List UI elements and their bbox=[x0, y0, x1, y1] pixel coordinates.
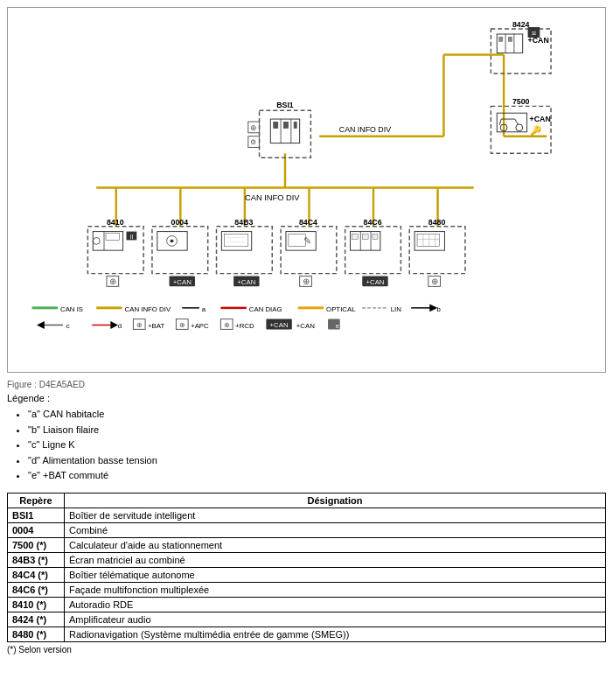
cell-ref: 84C6 (*) bbox=[8, 582, 65, 597]
svg-rect-63 bbox=[221, 232, 251, 251]
svg-text:+BAT: +BAT bbox=[148, 322, 164, 330]
svg-rect-89 bbox=[414, 232, 444, 251]
legende-item-d: "d" Alimentation basse tension bbox=[28, 453, 606, 469]
svg-rect-90 bbox=[417, 234, 440, 247]
cell-ref: BSI1 bbox=[8, 508, 65, 522]
table-row: 7500 (*)Calculateur d'aide au stationnem… bbox=[8, 537, 606, 552]
cell-desc: Radionavigation (Système multimédia entr… bbox=[65, 626, 606, 641]
svg-text:CAN DIAG: CAN DIAG bbox=[249, 305, 282, 313]
svg-text:⊕: ⊕ bbox=[431, 276, 438, 286]
svg-text:⊕: ⊕ bbox=[136, 321, 143, 329]
svg-rect-19 bbox=[294, 122, 297, 129]
svg-text:7500: 7500 bbox=[512, 97, 530, 106]
svg-rect-87 bbox=[409, 227, 465, 274]
svg-text:🔑: 🔑 bbox=[530, 125, 542, 136]
cell-desc: Combiné bbox=[65, 522, 606, 537]
cell-desc: Calculateur d'aide au stationnement bbox=[65, 537, 606, 552]
svg-rect-64 bbox=[224, 234, 247, 247]
diagram-area: BSI1 ⊕ ⚙ CAN INFO DIV 8424 +CAN ≡ 750 bbox=[15, 15, 598, 365]
repere-table: Repère Désignation BSI1Boîtier de servit… bbox=[7, 493, 606, 642]
svg-rect-70 bbox=[281, 227, 337, 274]
svg-text:84B3: 84B3 bbox=[234, 218, 253, 227]
cell-desc: Façade multifonction multiplexée bbox=[65, 582, 606, 597]
cell-desc: Boîtier de servitude intelligent bbox=[65, 508, 606, 522]
cell-desc: Amplificateur audio bbox=[65, 612, 606, 626]
svg-point-49 bbox=[93, 237, 100, 244]
svg-text:LIN: LIN bbox=[391, 305, 402, 313]
svg-text:BSI1: BSI1 bbox=[276, 101, 294, 109]
svg-text:e: e bbox=[336, 322, 339, 330]
svg-rect-61 bbox=[217, 227, 273, 274]
svg-point-40 bbox=[516, 124, 523, 131]
table-row: 84B3 (*)Écran matriciel au combiné bbox=[8, 552, 606, 567]
svg-rect-48 bbox=[106, 234, 120, 241]
svg-rect-72 bbox=[286, 232, 316, 251]
svg-text:+CAN: +CAN bbox=[270, 321, 289, 329]
cell-desc: Autoradio RDE bbox=[65, 597, 606, 612]
svg-text:+CAN: +CAN bbox=[173, 278, 192, 286]
table-row: 0004Combiné bbox=[8, 522, 606, 537]
cell-ref: 8480 (*) bbox=[8, 626, 65, 641]
legende-list: "a" CAN habitacle "b" Liaison filaire "c… bbox=[7, 407, 606, 484]
legende-title: Légende : bbox=[7, 393, 606, 403]
svg-rect-84 bbox=[373, 234, 378, 240]
svg-rect-32 bbox=[508, 37, 512, 42]
svg-text:CAN IS: CAN IS bbox=[60, 305, 83, 313]
table-body: BSI1Boîtier de servitude intelligent0004… bbox=[8, 508, 606, 641]
svg-text:⚙: ⚙ bbox=[250, 139, 256, 147]
svg-text:0004: 0004 bbox=[171, 218, 189, 227]
cell-desc: Écran matriciel au combiné bbox=[65, 552, 606, 567]
svg-text:a: a bbox=[202, 305, 206, 313]
cell-ref: 7500 (*) bbox=[8, 537, 65, 552]
legende-item-b: "b" Liaison filaire bbox=[28, 423, 606, 438]
diagram-container: BSI1 ⊕ ⚙ CAN INFO DIV 8424 +CAN ≡ 750 bbox=[7, 7, 606, 373]
svg-text:II: II bbox=[129, 234, 133, 240]
svg-text:⊕: ⊕ bbox=[250, 123, 257, 132]
legende-item-e: "e" +BAT commuté bbox=[28, 468, 606, 484]
svg-text:+CAN: +CAN bbox=[237, 278, 255, 286]
svg-rect-82 bbox=[352, 234, 358, 240]
svg-text:d: d bbox=[118, 322, 122, 330]
table-row: 8424 (*)Amplificateur audio bbox=[8, 612, 606, 626]
svg-rect-13 bbox=[260, 110, 311, 158]
svg-text:8480: 8480 bbox=[428, 218, 446, 227]
svg-rect-17 bbox=[273, 122, 278, 129]
table-footnote: (*) Selon version bbox=[7, 645, 606, 654]
svg-rect-31 bbox=[498, 37, 503, 42]
legende-item-c: "c" Ligne K bbox=[28, 438, 606, 453]
legende-item-a: "a" CAN habitacle bbox=[28, 407, 606, 423]
svg-rect-46 bbox=[93, 232, 122, 251]
table-row: 84C4 (*)Boîtier télématique autonome bbox=[8, 567, 606, 582]
table-row: 84C6 (*)Façade multifonction multiplexée bbox=[8, 582, 606, 597]
svg-rect-54 bbox=[152, 227, 208, 274]
cell-ref: 84B3 (*) bbox=[8, 552, 65, 567]
svg-text:CAN INFO DIV: CAN INFO DIV bbox=[245, 193, 300, 202]
cell-desc: Boîtier télématique autonome bbox=[65, 567, 606, 582]
svg-text:OPTICAL: OPTICAL bbox=[326, 305, 356, 313]
svg-text:⊕: ⊕ bbox=[303, 276, 310, 286]
svg-rect-77 bbox=[345, 227, 401, 274]
diagram-svg: BSI1 ⊕ ⚙ CAN INFO DIV 8424 +CAN ≡ 750 bbox=[15, 15, 598, 365]
svg-text:b: b bbox=[437, 305, 442, 313]
cell-ref: 8410 (*) bbox=[8, 597, 65, 612]
svg-text:8410: 8410 bbox=[107, 218, 124, 227]
svg-point-58 bbox=[171, 239, 174, 242]
cell-ref: 0004 bbox=[8, 522, 65, 537]
svg-rect-18 bbox=[283, 122, 289, 129]
svg-text:8424: 8424 bbox=[512, 20, 530, 29]
svg-text:+CAN: +CAN bbox=[530, 115, 551, 123]
table-row: 8410 (*)Autoradio RDE bbox=[8, 597, 606, 612]
svg-text:≡: ≡ bbox=[532, 29, 536, 38]
svg-text:CAN INFO DIV: CAN INFO DIV bbox=[339, 125, 391, 134]
col-header-repere: Repère bbox=[8, 493, 65, 508]
table-header-row: Repère Désignation bbox=[8, 493, 606, 508]
svg-rect-83 bbox=[362, 234, 368, 240]
svg-text:+CAN: +CAN bbox=[296, 322, 315, 330]
figure-label: Figure : D4EA5AED bbox=[7, 380, 606, 389]
svg-text:84C6: 84C6 bbox=[363, 218, 381, 227]
svg-text:⊕: ⊕ bbox=[179, 321, 185, 329]
table-row: BSI1Boîtier de servitude intelligent bbox=[8, 508, 606, 522]
col-header-designation: Désignation bbox=[65, 493, 606, 508]
cell-ref: 84C4 (*) bbox=[8, 567, 65, 582]
legende-section: Légende : "a" CAN habitacle "b" Liaison … bbox=[7, 393, 606, 484]
